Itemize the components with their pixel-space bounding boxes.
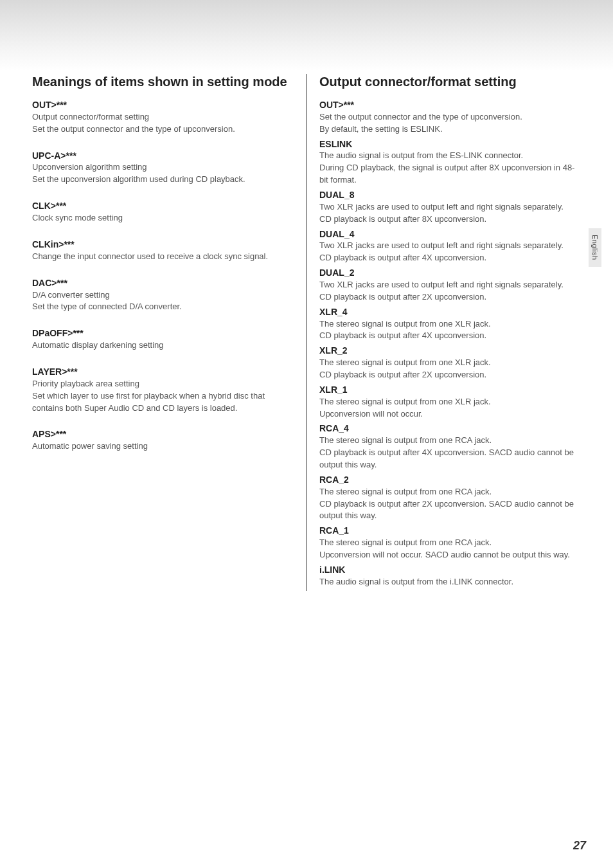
setting-term: APS>*** — [32, 428, 293, 440]
option-desc: CD playback is output after 2X upconvers… — [319, 498, 581, 523]
format-option: XLR_1 The stereo signal is output from o… — [319, 384, 581, 420]
setting-item: APS>*** Automatic power saving setting — [32, 428, 293, 453]
option-desc: Upconversion will not occur. SACD audio … — [319, 549, 581, 561]
option-desc: CD playback is output after 2X upconvers… — [319, 291, 581, 303]
format-option: ESLINK The audio signal is output from t… — [319, 138, 581, 186]
setting-desc: Change the input connector used to recei… — [32, 251, 293, 263]
two-column-layout: Meanings of items shown in setting mode … — [32, 74, 581, 591]
setting-item: LAYER>*** Priority playback area setting… — [32, 366, 293, 414]
setting-item: DAC>*** D/A converter setting Set the ty… — [32, 277, 293, 314]
setting-desc: Set the upconversion algorithm used duri… — [32, 174, 293, 186]
option-term: XLR_2 — [319, 345, 581, 357]
setting-desc: Automatic display darkening setting — [32, 339, 293, 352]
setting-term: CLKin>*** — [32, 239, 293, 251]
setting-term: DAC>*** — [32, 277, 293, 289]
setting-desc: Set the type of connected D/A converter. — [32, 301, 293, 313]
setting-desc: By default, the setting is ESLINK. — [319, 123, 581, 136]
setting-term: LAYER>*** — [32, 366, 293, 378]
option-desc: Two XLR jacks are used to output left an… — [319, 201, 581, 213]
option-desc: The stereo signal is output from one RCA… — [319, 435, 581, 447]
setting-item: CLK>*** Clock sync mode setting — [32, 200, 293, 224]
option-term: XLR_1 — [319, 384, 581, 396]
option-desc: CD playback is output after 8X upconvers… — [319, 213, 581, 226]
format-option: RCA_4 The stereo signal is output from o… — [319, 422, 581, 471]
setting-item: DPaOFF>*** Automatic display darkening s… — [32, 327, 293, 352]
setting-term: CLK>*** — [32, 200, 293, 212]
setting-item: UPC-A>*** Upconversion algorithm setting… — [32, 150, 293, 186]
option-desc: Two XLR jacks are used to output left an… — [319, 240, 581, 252]
option-term: RCA_2 — [319, 474, 581, 486]
setting-item: OUT>*** Set the output connector and the… — [319, 99, 581, 136]
setting-item: OUT>*** Output connector/format setting … — [32, 99, 293, 136]
format-option: i.LINK The audio signal is output from t… — [319, 564, 581, 588]
option-term: XLR_4 — [319, 306, 581, 318]
format-option: DUAL_8 Two XLR jacks are used to output … — [319, 189, 581, 226]
option-term: i.LINK — [319, 564, 581, 576]
setting-desc: Upconversion algorithm setting — [32, 161, 293, 174]
option-desc: Upconversion will not occur. — [319, 408, 581, 420]
option-desc: Two XLR jacks are used to output left an… — [319, 279, 581, 291]
option-desc: The stereo signal is output from one RCA… — [319, 486, 581, 498]
option-desc: The audio signal is output from the ES-L… — [319, 150, 581, 162]
setting-desc: Priority playback area setting — [32, 378, 293, 390]
format-option: DUAL_4 Two XLR jacks are used to output … — [319, 228, 581, 265]
page-content: Meanings of items shown in setting mode … — [0, 0, 613, 617]
option-desc: The stereo signal is output from one XLR… — [319, 396, 581, 408]
right-column: Output connector/format setting OUT>*** … — [306, 74, 581, 591]
setting-term: OUT>*** — [319, 99, 581, 111]
option-desc: CD playback is output after 2X upconvers… — [319, 369, 581, 381]
setting-term: OUT>*** — [32, 99, 293, 111]
format-option: RCA_1 The stereo signal is output from o… — [319, 525, 581, 561]
format-option: RCA_2 The stereo signal is output from o… — [319, 474, 581, 522]
option-desc: The stereo signal is output from one RCA… — [319, 537, 581, 549]
option-desc: CD playback is output after 4X upconvers… — [319, 252, 581, 264]
option-term: ESLINK — [319, 138, 581, 150]
option-desc: CD playback is output after 4X upconvers… — [319, 447, 581, 471]
setting-desc: Set the output connector and the type of… — [319, 111, 581, 123]
setting-term: UPC-A>*** — [32, 150, 293, 162]
option-desc: CD playback is output after 4X upconvers… — [319, 330, 581, 342]
left-heading: Meanings of items shown in setting mode — [32, 74, 293, 90]
setting-desc: Automatic power saving setting — [32, 440, 293, 453]
page-number: 27 — [573, 839, 586, 853]
setting-desc: Set the output connector and the type of… — [32, 123, 293, 136]
option-term: RCA_1 — [319, 525, 581, 537]
setting-term: DPaOFF>*** — [32, 327, 293, 339]
setting-desc: D/A converter setting — [32, 289, 293, 302]
option-term: DUAL_8 — [319, 189, 581, 201]
setting-desc: Clock sync mode setting — [32, 212, 293, 224]
option-desc: The stereo signal is output from one XLR… — [319, 318, 581, 330]
setting-desc: Set which layer to use first for playbac… — [32, 390, 293, 415]
format-option: DUAL_2 Two XLR jacks are used to output … — [319, 267, 581, 303]
left-column: Meanings of items shown in setting mode … — [32, 74, 306, 591]
option-term: RCA_4 — [319, 422, 581, 435]
option-desc: The audio signal is output from the i.LI… — [319, 576, 581, 588]
setting-item: CLKin>*** Change the input connector use… — [32, 239, 293, 263]
option-desc: The stereo signal is output from one XLR… — [319, 357, 581, 369]
right-heading: Output connector/format setting — [319, 74, 581, 90]
format-option: XLR_2 The stereo signal is output from o… — [319, 345, 581, 381]
option-term: DUAL_4 — [319, 228, 581, 240]
option-desc: During CD playback, the signal is output… — [319, 162, 581, 186]
setting-desc: Output connector/format setting — [32, 111, 293, 123]
option-term: DUAL_2 — [319, 267, 581, 279]
format-option: XLR_4 The stereo signal is output from o… — [319, 306, 581, 343]
